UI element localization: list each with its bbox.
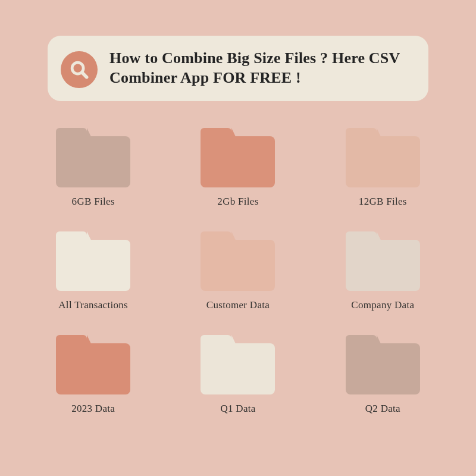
headline-text: How to Combine Big Size Files ? Here CSV… [109,49,412,87]
folder-customer-data[interactable]: Customer Data [201,231,275,311]
folder-label: Q2 Data [365,403,400,415]
folder-2gb-files[interactable]: 2Gb Files [201,128,275,208]
folder-company-data[interactable]: Company Data [346,231,420,311]
folder-all-transactions[interactable]: All Transactions [56,231,130,311]
folder-q1-data[interactable]: Q1 Data [201,335,275,415]
folder-icon [201,231,275,291]
folder-q2-data[interactable]: Q2 Data [346,335,420,415]
folder-icon [56,335,130,394]
folder-icon [346,335,420,394]
folder-label: 2023 Data [71,403,115,415]
folder-label: 12GB Files [359,196,407,208]
folder-6gb-files[interactable]: 6GB Files [56,128,130,208]
folder-icon [346,231,420,291]
folder-label: All Transactions [58,299,128,311]
folder-label: Company Data [351,299,414,311]
folder-label: Q1 Data [220,403,255,415]
folder-icon [201,335,275,394]
folder-12gb-files[interactable]: 12GB Files [346,128,420,208]
folder-2023-data[interactable]: 2023 Data [56,335,130,415]
folder-icon [56,128,130,187]
folder-label: 6GB Files [72,196,115,208]
folder-icon [56,231,130,291]
search-icon [61,51,98,88]
folder-label: Customer Data [206,299,270,311]
folder-grid: 6GB Files 2Gb Files 12GB Files All Trans… [48,128,428,415]
folder-label: 2Gb Files [217,196,258,208]
folder-icon [346,128,420,187]
folder-icon [201,128,275,187]
svg-line-1 [82,73,87,77]
headline-banner: How to Combine Big Size Files ? Here CSV… [48,36,428,101]
